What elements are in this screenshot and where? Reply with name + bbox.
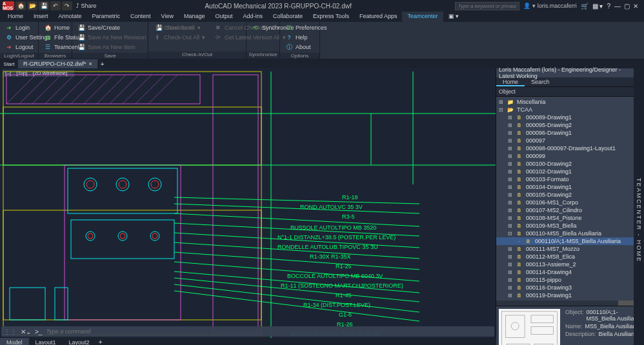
tab-view[interactable]: View <box>156 12 179 22</box>
tree-twister-icon[interactable]: ⊞ <box>507 262 513 268</box>
save-create-button[interactable]: 💾Save/Create <box>74 23 150 32</box>
tree-node[interactable]: ⊞🗎000096-Drawing1 <box>496 129 644 137</box>
help-button[interactable]: ?Help <box>281 33 331 42</box>
apps-icon[interactable]: ▦ ▾ <box>592 3 603 10</box>
checkout-all-button[interactable]: ⬆Check-Out All ▾ <box>150 33 209 42</box>
ribbon-collapse-icon[interactable]: ▣ ▾ <box>443 12 465 22</box>
help-icon[interactable]: ? <box>607 3 610 10</box>
qat-undo-icon[interactable]: ↶ <box>50 1 61 10</box>
search-input[interactable] <box>455 2 519 10</box>
tree-twister-icon[interactable]: · <box>516 239 522 244</box>
tab-teamcenter[interactable]: Teamcenter <box>402 12 443 22</box>
close-button[interactable]: ✕ <box>632 3 639 10</box>
maximize-button[interactable]: ▢ <box>623 3 630 10</box>
tree-twister-icon[interactable]: ⊞ <box>507 138 513 144</box>
tree-node[interactable]: ⊞🗎000113-Assieme_2 <box>496 261 644 268</box>
tree-node[interactable]: ⊞🗎000116-Drawing3 <box>496 284 644 291</box>
tree-node[interactable]: ⊞🗎000111-MS7_Mozzo <box>496 245 644 253</box>
command-line[interactable]: ⋮⋮ ✕⌄ >_ <box>1 326 494 337</box>
tree-twister-icon[interactable]: ⊞ <box>507 169 513 175</box>
tree-twister-icon[interactable]: ⊞ <box>507 123 513 128</box>
tree-node[interactable]: ⊞🗎000115-pippo <box>496 276 644 284</box>
object-tree[interactable]: ⊞📁Miscellania⊟📂TCAA⊞🗎000089-Drawing1⊞🗎00… <box>496 97 644 301</box>
tree-twister-icon[interactable]: ⊞ <box>507 223 513 229</box>
panel-tab-search[interactable]: Search <box>525 77 556 86</box>
tree-node[interactable]: ⊞📁Miscellania <box>496 98 644 106</box>
tree-node[interactable]: ⊞🗎000106-MS1_Corpo <box>496 199 644 206</box>
tab-express[interactable]: Express Tools <box>308 12 354 22</box>
tab-content[interactable]: Content <box>125 12 156 22</box>
new-doc-button[interactable]: + <box>97 59 108 68</box>
qat-save-icon[interactable]: 💾 <box>39 1 49 10</box>
tab-output[interactable]: Output <box>210 12 238 22</box>
document-tab[interactable]: R-GRUPPO-CH-02.dwf* × <box>18 59 97 68</box>
tab-manage[interactable]: Manage <box>179 12 210 22</box>
save-item-button[interactable]: 💾Save As New Item <box>74 43 150 52</box>
tree-twister-icon[interactable]: ⊞ <box>498 99 504 105</box>
qat-redo-icon[interactable]: ↷ <box>62 1 72 10</box>
cmd-grip-icon[interactable]: ⋮⋮ <box>4 328 17 335</box>
save-revision-button[interactable]: 💾Save As New Revision <box>74 33 150 42</box>
tree-node[interactable]: ⊟📂TCAA <box>496 106 644 113</box>
tree-twister-icon[interactable]: ⊞ <box>507 246 513 252</box>
checkin-all-button[interactable]: ⬇Check-In All ▾ <box>150 23 209 32</box>
tree-node[interactable]: ⊟🗎000110-MS5_Biella Ausiliaria <box>496 230 644 237</box>
panel-tab-home[interactable]: Home <box>496 77 525 86</box>
tab-parametric[interactable]: Parametric <box>87 12 126 22</box>
tree-twister-icon[interactable]: ⊞ <box>507 293 513 299</box>
qat-home-icon[interactable]: 🏠 <box>15 1 26 10</box>
tree-node[interactable]: ⊞🗎000108-MS4_Pistone <box>496 214 644 222</box>
app-logo[interactable]: A MOS <box>3 1 14 10</box>
tree-twister-icon[interactable]: ⊞ <box>507 130 513 136</box>
tree-node[interactable]: ⊞🗎000095-Drawing2 <box>496 121 644 129</box>
tree-twister-icon[interactable]: ⊞ <box>507 215 513 221</box>
share-button[interactable]: ⤴ Share <box>74 3 99 9</box>
tree-node[interactable]: ⊞🗎000098-000097-Drawing1-Layout1 <box>496 144 644 152</box>
command-input[interactable] <box>46 328 492 335</box>
tree-twister-icon[interactable]: ⊞ <box>507 146 513 152</box>
about-button[interactable]: ⓘAbout <box>281 43 331 52</box>
tree-node[interactable]: ·🗎000110/A;1-MS5_Biella Ausiliaria <box>496 237 644 245</box>
tree-twister-icon[interactable]: ⊞ <box>507 184 513 190</box>
tree-node[interactable]: ⊞🗎000099 <box>496 152 644 160</box>
tree-node[interactable]: ⊞🗎000103-Formato <box>496 175 644 183</box>
tree-node[interactable]: ⊞🗎000112-MS8_Elica <box>496 253 644 261</box>
tree-node[interactable]: ⊞🗎000119-Drawing1 <box>496 291 644 299</box>
tree-node[interactable]: ⊞🗎000105-Drawing2 <box>496 191 644 199</box>
start-tab[interactable]: Start <box>0 59 18 68</box>
tree-twister-icon[interactable]: ⊞ <box>507 277 513 283</box>
layout-tab-layout2[interactable]: Layout2 <box>63 338 96 345</box>
tree-twister-icon[interactable]: ⊟ <box>507 231 513 237</box>
tree-twister-icon[interactable]: ⊞ <box>507 208 513 213</box>
tree-twister-icon[interactable]: ⊞ <box>507 177 513 182</box>
layout-tab-model[interactable]: Model <box>0 338 29 345</box>
tab-insert[interactable]: Insert <box>28 12 54 22</box>
tree-node[interactable]: ⊞🗎000104-Drawing1 <box>496 183 644 191</box>
tree-twister-icon[interactable]: ⊟ <box>498 107 504 113</box>
tree-twister-icon[interactable]: ⊞ <box>507 285 513 291</box>
tree-node[interactable]: ⊞🗎000114-Drawing4 <box>496 268 644 276</box>
tab-featured[interactable]: Featured Apps <box>354 12 403 22</box>
tree-twister-icon[interactable]: ⊞ <box>507 270 513 275</box>
tree-node[interactable]: ⊞🗎000102-Drawing1 <box>496 168 644 175</box>
tree-hscrollbar[interactable] <box>496 301 644 306</box>
tree-twister-icon[interactable]: ⊞ <box>507 161 513 167</box>
add-layout-button[interactable]: + <box>96 338 105 345</box>
tree-twister-icon[interactable]: ⊞ <box>507 200 513 206</box>
tab-annotate[interactable]: Annotate <box>54 12 87 22</box>
panel-side-tab[interactable]: TEAMCENTER - HOME <box>634 68 644 345</box>
drawing-canvas[interactable]: [–] [Top] [2D Wireframe] <box>0 68 496 338</box>
user-menu[interactable]: 👤▾ loris.maccaferri <box>523 3 577 9</box>
qat-open-icon[interactable]: 📂 <box>27 1 37 10</box>
layout-tab-layout1[interactable]: Layout1 <box>29 338 63 345</box>
tree-node[interactable]: ⊞🗎000100-Drawing2 <box>496 160 644 168</box>
tree-twister-icon[interactable]: ⊞ <box>507 153 513 159</box>
tree-node[interactable]: ⊞🗎000097 <box>496 137 644 144</box>
preferences-button[interactable]: ☑Preferences <box>281 23 331 32</box>
minimize-button[interactable]: — <box>614 3 621 10</box>
cmd-history-icon[interactable]: ✕⌄ <box>21 328 31 335</box>
tree-twister-icon[interactable]: ⊞ <box>507 115 513 121</box>
tab-collaborate[interactable]: Collaborate <box>268 12 308 22</box>
doc-close-icon[interactable]: × <box>89 61 92 67</box>
tree-twister-icon[interactable]: ⊞ <box>507 192 513 198</box>
